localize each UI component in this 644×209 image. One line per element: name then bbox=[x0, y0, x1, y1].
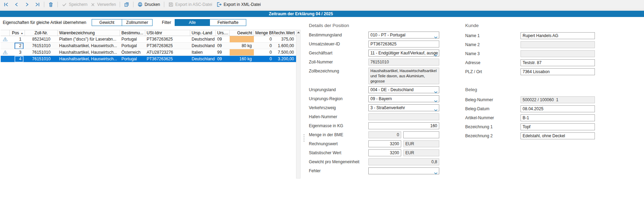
column-header-label: Menge BME bbox=[255, 30, 274, 36]
filter-faulty-button[interactable]: Fehlerhafte bbox=[210, 19, 246, 26]
bestimmungsland-select[interactable]: 010 - PT - Portugal bbox=[368, 32, 439, 38]
column-header-label: Gewicht bbox=[237, 30, 252, 36]
umsatzsteuer-id-field[interactable]: PT367263625 bbox=[368, 41, 439, 47]
print-button[interactable]: Drucken bbox=[136, 1, 162, 8]
export-xml-button[interactable]: Export in XML-Datei bbox=[215, 1, 262, 8]
artikel-nummer-field[interactable]: B-1 bbox=[521, 114, 595, 121]
column-header[interactable]: Zoll-Nr. bbox=[25, 30, 58, 36]
kunde-label-name-2: Name 2 bbox=[465, 41, 521, 48]
nav-next-button[interactable] bbox=[23, 1, 31, 8]
nav-prev-button[interactable] bbox=[12, 1, 21, 8]
table-row[interactable]: 476151010Haushaltsartikel, Hauswirtsch..… bbox=[1, 56, 296, 62]
column-header[interactable]: Rechn.Wert bbox=[274, 30, 296, 36]
cell-waren: Platten ("discs") für Laserabn... bbox=[58, 36, 120, 42]
cell-bestimmung: Portugal bbox=[120, 43, 145, 49]
column-header[interactable]: Gewicht bbox=[230, 30, 254, 36]
chevron-down-icon bbox=[434, 98, 438, 102]
details-label-bestimmungsland: Bestimmungsland bbox=[309, 32, 368, 38]
column-header[interactable]: USt-Idnr bbox=[145, 30, 190, 36]
form-row: Verkehrszweig3 - Straßenverkehr bbox=[309, 104, 444, 111]
bezeichnung-1-field[interactable]: Topf bbox=[521, 123, 595, 130]
column-header[interactable]: Urs.... bbox=[216, 30, 230, 36]
table-row[interactable]: 276151010Haushaltsartikel, Hauswirtsch..… bbox=[1, 43, 296, 49]
chevron-down-icon bbox=[434, 52, 438, 56]
scroll-up-arrow-icon[interactable] bbox=[297, 32, 300, 33]
beleg-label-bezeichnung-1: Bezeichnung 1 bbox=[465, 123, 521, 130]
details-label-umsatzsteuer-id: Umsatzsteuer-ID bbox=[309, 41, 368, 47]
nav-first-button[interactable] bbox=[2, 1, 10, 8]
name-1-field[interactable]: Rupert Handels AG bbox=[521, 32, 595, 39]
period-title: Zeitraum der Erklärung 04 / 2025 bbox=[0, 11, 602, 17]
column-header[interactable]: Bestimmu... bbox=[120, 30, 145, 36]
chevron-down-icon bbox=[434, 172, 438, 174]
filter-all-button[interactable]: Alle bbox=[175, 19, 210, 26]
apply-customs-number-button[interactable]: Zollnummer bbox=[122, 19, 153, 26]
table-row[interactable]: 376151010Haushaltsartikel, Hauswirtsch..… bbox=[1, 49, 296, 56]
verkehrszweig-select[interactable]: 3 - Straßenverkehr bbox=[368, 104, 439, 111]
beleg-nummer-field: 500022 / 100060 1 bbox=[521, 96, 595, 103]
nav-last-button[interactable] bbox=[33, 1, 42, 8]
column-header[interactable] bbox=[1, 30, 10, 36]
fehler-select[interactable] bbox=[368, 167, 439, 174]
export-asc-label: Export in ASC-Datei bbox=[175, 2, 212, 7]
plz-ort-field[interactable]: 7364 Lissabon bbox=[521, 68, 595, 75]
table-row[interactable]: 185234110Platten ("discs") für Laserabn.… bbox=[1, 36, 296, 43]
details-label-fehler: Fehler bbox=[309, 167, 368, 174]
bezeichnung-2-field[interactable]: Edelstahl, ohne Deckel bbox=[521, 132, 595, 139]
form-row: Name 2 bbox=[465, 41, 604, 48]
cell-ursregion: 09 bbox=[216, 56, 230, 62]
discard-label: Verwerfen bbox=[97, 2, 116, 7]
ursprungs-region-select[interactable]: 09 - Bayern bbox=[368, 95, 439, 102]
form-row: Umsatzsteuer-IDPT367263625 bbox=[309, 41, 444, 47]
print-label: Drucken bbox=[145, 2, 160, 7]
filter-bar: Eigenschaften für gleiche Artikel überne… bbox=[0, 19, 301, 26]
eigenmasse-in-kg-field[interactable]: 160 bbox=[368, 122, 439, 129]
column-header-label: Warenbezeichnung bbox=[59, 30, 95, 36]
ursprungsland-select[interactable]: 004 - DE - Deutschland bbox=[368, 86, 439, 93]
position-number-cell[interactable]: 2 bbox=[15, 43, 23, 49]
cell-pos: 2 bbox=[10, 43, 25, 49]
save-button[interactable]: Speichern bbox=[60, 1, 89, 8]
nav-next-icon bbox=[24, 2, 30, 7]
column-header[interactable]: Ursp.-Land bbox=[190, 30, 216, 36]
export-asc-button[interactable]: Export in ASC-Datei bbox=[167, 1, 214, 8]
details-label-rechnungswert: Rechnungswert bbox=[309, 140, 368, 147]
cell-zoll: 76151010 bbox=[25, 43, 58, 49]
discard-button[interactable]: Verwerfen bbox=[89, 1, 117, 8]
grid-header: Pos▲Zoll-Nr.WarenbezeichnungBestimmu...U… bbox=[1, 30, 296, 36]
column-header[interactable]: Warenbezeichnung bbox=[58, 30, 120, 36]
cell-row-status bbox=[1, 36, 10, 42]
details-label-ursprungsland: Ursprungsland bbox=[309, 86, 368, 93]
position-number-cell[interactable]: 3 bbox=[15, 50, 23, 55]
beleg-datum-field[interactable]: 08.04.2025 bbox=[521, 105, 595, 112]
position-number-cell[interactable]: 1 bbox=[15, 37, 23, 42]
gewicht-pro-mengeneinheit-field: 0,8 bbox=[368, 158, 439, 165]
filter-toggle-group: Alle Fehlerhafte bbox=[175, 19, 246, 26]
beleg-label-beleg-nummer: Beleg-Nummer bbox=[465, 96, 521, 103]
rechnungswert-field-2: EUR bbox=[403, 140, 439, 147]
position-number-cell[interactable]: 4 bbox=[15, 56, 23, 62]
duplicate-position-button[interactable] bbox=[122, 1, 131, 8]
positions-table: Pos▲Zoll-Nr.WarenbezeichnungBestimmu...U… bbox=[1, 30, 296, 62]
grid-vertical-scrollbar[interactable] bbox=[296, 30, 301, 178]
duplicate-icon bbox=[124, 2, 129, 7]
cell-ustid: PT367263625 bbox=[145, 56, 190, 62]
column-header[interactable]: Menge BME bbox=[254, 30, 274, 36]
chevron-down-icon bbox=[434, 107, 438, 111]
form-row: Zoll-Nummer76151010 bbox=[309, 59, 444, 66]
apply-weight-button[interactable]: Gewicht bbox=[92, 19, 122, 26]
chevron-down-icon bbox=[434, 170, 438, 174]
gesch-ftsart-select[interactable]: 11 - Endgültiger Kauf/Verkauf, ausge bbox=[368, 50, 439, 56]
details-label-zoll-nummer: Zoll-Nummer bbox=[309, 59, 368, 66]
pane-splitter-handle[interactable] bbox=[303, 134, 305, 141]
rechnungswert-field-1[interactable]: 3200 bbox=[368, 140, 401, 147]
delete-position-button[interactable] bbox=[47, 1, 55, 8]
nav-first-icon bbox=[3, 2, 9, 7]
zoll-nummer-field: 76151010 bbox=[368, 59, 439, 66]
statistischer-wert-field-1[interactable]: 3200 bbox=[368, 149, 401, 156]
adresse-field[interactable]: Teststr. 87 bbox=[521, 59, 595, 66]
cell-menge: 0 bbox=[254, 56, 274, 62]
column-header[interactable]: Pos▲ bbox=[10, 30, 25, 36]
chevron-down-icon bbox=[434, 34, 438, 38]
menge-in-der-bme-field-2[interactable] bbox=[403, 131, 439, 138]
